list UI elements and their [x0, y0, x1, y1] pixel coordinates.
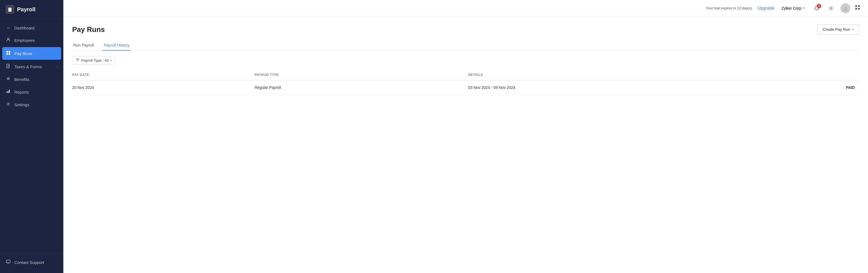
sidebar-item-label: Contact Support [14, 260, 44, 265]
sidebar: 📋 Payroll ○ Dashboard Employees [0, 0, 63, 273]
sidebar-item-label: Benefits [14, 77, 29, 82]
sidebar-item-reports[interactable]: Reports [0, 86, 63, 98]
sidebar-item-label: Settings [14, 102, 29, 107]
logo-label: Payroll [17, 6, 35, 13]
notification-badge: 1 [817, 4, 821, 8]
filter-label: Payroll Type : All [81, 58, 109, 63]
svg-rect-18 [855, 8, 857, 10]
svg-rect-3 [6, 53, 8, 55]
benefits-icon [5, 76, 11, 82]
svg-rect-16 [855, 5, 857, 7]
tabs-bar: Run Payroll Payroll History [72, 40, 859, 50]
sidebar-item-settings[interactable]: Settings [0, 98, 63, 111]
tab-run-payroll[interactable]: Run Payroll [72, 40, 95, 50]
payroll-history-table: PAY DATE PAYRUN TYPE DETAILS 20 Nov 2024… [72, 70, 859, 95]
svg-rect-2 [8, 51, 10, 53]
table-row[interactable]: 20 Nov 2024 Regular Payroll 03 Nov 2024 … [72, 80, 859, 95]
tab-label: Run Payroll [73, 43, 94, 47]
svg-point-0 [7, 38, 9, 40]
reports-icon [5, 89, 11, 95]
taxes-icon [5, 64, 11, 69]
page-content: Pay Runs Create Pay Run ▾ Run Payroll Pa… [63, 16, 868, 273]
svg-rect-11 [9, 90, 10, 93]
pay-runs-icon [5, 50, 11, 56]
sidebar-footer: Contact Support [0, 253, 63, 273]
svg-rect-13 [6, 260, 10, 263]
svg-point-12 [8, 103, 9, 105]
upgrade-link[interactable]: Upgrade [757, 6, 774, 11]
apps-grid-icon[interactable] [855, 5, 860, 11]
sidebar-nav: ○ Dashboard Employees [0, 19, 63, 253]
chevron-down-icon: ▾ [803, 6, 805, 10]
page-header: Pay Runs Create Pay Run ▾ [72, 24, 859, 35]
company-selector[interactable]: Zylker Corp ▾ [779, 4, 807, 12]
sidebar-item-taxes-forms[interactable]: Taxes & Forms › [0, 60, 63, 73]
svg-rect-17 [858, 5, 860, 7]
create-btn-label: Create Pay Run [823, 27, 850, 32]
cell-payrun-type: Regular Payroll [254, 80, 468, 95]
sidebar-item-label: Reports [14, 90, 29, 94]
settings-gear-icon[interactable] [826, 3, 836, 13]
sidebar-item-benefits[interactable]: Benefits [0, 73, 63, 86]
col-header-pay-date: PAY DATE [72, 70, 254, 80]
contact-support-icon [5, 260, 11, 265]
cell-status: PAID [826, 80, 859, 95]
company-name: Zylker Corp [781, 6, 801, 10]
svg-point-15 [844, 6, 846, 8]
sidebar-item-label: Taxes & Forms [14, 64, 42, 69]
filter-bar: Payroll Type : All ▾ [72, 56, 859, 65]
sidebar-item-employees[interactable]: Employees [0, 34, 63, 46]
col-header-payrun-type: PAYRUN TYPE [254, 70, 468, 80]
settings-icon [5, 102, 11, 107]
svg-rect-10 [8, 91, 9, 93]
tab-label: Payroll History [104, 43, 129, 47]
topbar: Your trial expires in 12 day(s). Upgrade… [63, 0, 868, 16]
svg-rect-4 [8, 53, 10, 55]
payroll-type-filter[interactable]: Payroll Type : All ▾ [72, 56, 115, 65]
notification-bell[interactable]: 1 [812, 3, 822, 13]
avatar[interactable] [840, 3, 850, 13]
sidebar-item-dashboard[interactable]: ○ Dashboard [0, 22, 63, 34]
chevron-down-icon: ▾ [852, 28, 854, 31]
sidebar-item-pay-runs[interactable]: Pay Runs [2, 47, 61, 60]
dashboard-icon: ○ [5, 25, 11, 30]
employees-icon [5, 37, 11, 43]
filter-icon [76, 58, 80, 63]
create-pay-run-button[interactable]: Create Pay Run ▾ [817, 24, 859, 35]
page-title: Pay Runs [72, 25, 105, 34]
trial-text: Your trial expires in 12 day(s). [706, 6, 753, 10]
sidebar-item-label: Employees [14, 38, 35, 43]
tab-payroll-history[interactable]: Payroll History [103, 40, 130, 50]
sidebar-item-label: Pay Runs [14, 51, 32, 56]
svg-rect-9 [7, 91, 7, 93]
chevron-right-icon: › [57, 65, 58, 69]
col-header-details: DETAILS [468, 70, 826, 80]
svg-point-14 [830, 7, 832, 9]
main-content: Your trial expires in 12 day(s). Upgrade… [63, 0, 868, 273]
logo-icon: 📋 [5, 5, 14, 14]
cell-details: 03 Nov 2024 - 09 Nov 2024 [468, 80, 826, 95]
filter-chevron-icon: ▾ [111, 59, 112, 62]
sidebar-item-contact-support[interactable]: Contact Support [0, 256, 63, 269]
cell-pay-date: 20 Nov 2024 [72, 80, 254, 95]
svg-rect-19 [858, 8, 860, 10]
sidebar-item-label: Dashboard [14, 26, 34, 30]
sidebar-logo[interactable]: 📋 Payroll [0, 0, 63, 19]
svg-rect-1 [6, 51, 8, 53]
col-header-status [826, 70, 859, 80]
